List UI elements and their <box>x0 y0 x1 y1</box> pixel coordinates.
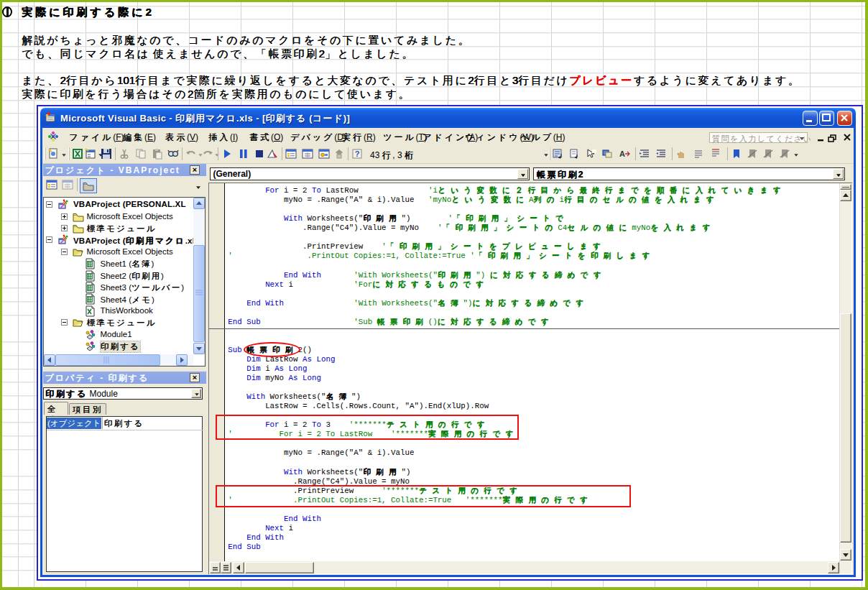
svg-text:?: ? <box>355 149 360 158</box>
svg-text:A: A <box>619 149 625 158</box>
